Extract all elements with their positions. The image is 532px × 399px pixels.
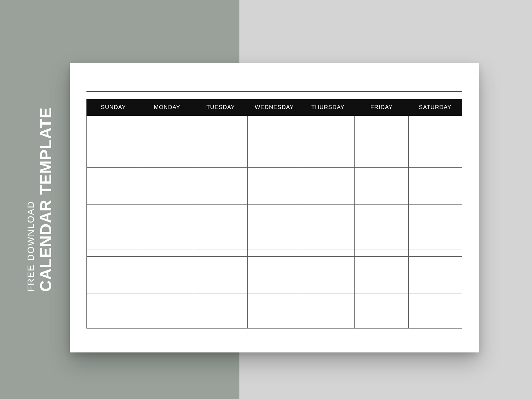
calendar-cell	[194, 160, 247, 168]
calendar-cell	[247, 212, 301, 249]
calendar-cell	[194, 257, 247, 294]
calendar-cell	[355, 168, 408, 205]
calendar-cell	[140, 257, 194, 294]
day-header: FRIDAY	[355, 99, 408, 116]
calendar-cell	[140, 294, 194, 301]
calendar-cell	[408, 212, 462, 249]
calendar-cell	[247, 205, 301, 212]
calendar-date-row	[87, 160, 462, 168]
calendar-cell	[408, 123, 462, 160]
calendar-cell	[87, 257, 140, 294]
calendar-cell	[355, 257, 408, 294]
calendar-cell	[87, 212, 140, 249]
calendar-cell	[355, 212, 408, 249]
side-caption: FREE DOWNLOAD CALENDAR TEMPLATE	[26, 107, 55, 292]
calendar-cell	[87, 205, 140, 212]
calendar-cell	[247, 257, 301, 294]
calendar-cell	[194, 123, 247, 160]
calendar-cell	[87, 294, 140, 301]
calendar-grid: SUNDAY MONDAY TUESDAY WEDNESDAY THURSDAY…	[86, 99, 462, 329]
calendar-cell	[87, 168, 140, 205]
calendar-page: SUNDAY MONDAY TUESDAY WEDNESDAY THURSDAY…	[70, 63, 479, 352]
calendar-cell	[355, 116, 408, 123]
calendar-cell	[301, 301, 355, 329]
day-header: TUESDAY	[194, 99, 247, 116]
calendar-cell	[247, 168, 301, 205]
calendar-cell	[301, 123, 355, 160]
calendar-cell	[408, 168, 462, 205]
day-header: SATURDAY	[408, 99, 462, 116]
calendar-cell	[301, 257, 355, 294]
calendar-cell	[408, 160, 462, 168]
day-header: SUNDAY	[87, 99, 140, 116]
calendar-cell	[140, 249, 194, 257]
calendar-date-row	[87, 116, 462, 123]
calendar-cell	[247, 116, 301, 123]
side-caption-title: CALENDAR TEMPLATE	[38, 107, 54, 292]
calendar-cell	[355, 160, 408, 168]
calendar-cell	[355, 249, 408, 257]
calendar-cell	[194, 116, 247, 123]
calendar-cell	[408, 294, 462, 301]
calendar-cell	[247, 123, 301, 160]
title-underline	[86, 80, 462, 92]
calendar-cell	[355, 294, 408, 301]
calendar-cell	[247, 249, 301, 257]
calendar-cell	[355, 301, 408, 329]
side-caption-subtitle: FREE DOWNLOAD	[26, 107, 36, 292]
calendar-header-row: SUNDAY MONDAY TUESDAY WEDNESDAY THURSDAY…	[87, 99, 462, 116]
day-header: MONDAY	[140, 99, 194, 116]
calendar-date-row	[87, 249, 462, 257]
calendar-cell	[301, 116, 355, 123]
calendar-cell	[140, 301, 194, 329]
calendar-cell	[87, 301, 140, 329]
calendar-cell	[355, 205, 408, 212]
calendar-cell	[301, 249, 355, 257]
calendar-cell	[194, 249, 247, 257]
day-header: THURSDAY	[301, 99, 355, 116]
calendar-cell	[87, 123, 140, 160]
calendar-cell	[408, 205, 462, 212]
calendar-content-row	[87, 123, 462, 160]
calendar-cell	[194, 294, 247, 301]
calendar-cell	[301, 160, 355, 168]
calendar-cell	[247, 160, 301, 168]
calendar-content-row	[87, 168, 462, 205]
calendar-content-row	[87, 212, 462, 249]
calendar-content-row	[87, 301, 462, 329]
calendar-date-row	[87, 294, 462, 301]
calendar-cell	[140, 205, 194, 212]
calendar-cell	[140, 168, 194, 205]
calendar-cell	[87, 160, 140, 168]
calendar-cell	[194, 212, 247, 249]
calendar-cell	[87, 249, 140, 257]
calendar-cell	[194, 301, 247, 329]
calendar-cell	[194, 168, 247, 205]
calendar-cell	[301, 294, 355, 301]
calendar-cell	[408, 249, 462, 257]
calendar-cell	[355, 123, 408, 160]
calendar-cell	[140, 212, 194, 249]
calendar-cell	[408, 257, 462, 294]
calendar-cell	[194, 205, 247, 212]
calendar-cell	[140, 160, 194, 168]
calendar-cell	[140, 123, 194, 160]
calendar-cell	[301, 212, 355, 249]
day-header: WEDNESDAY	[247, 99, 301, 116]
calendar-content-row	[87, 257, 462, 294]
calendar-cell	[301, 205, 355, 212]
calendar-cell	[247, 301, 301, 329]
calendar-cell	[408, 116, 462, 123]
calendar-cell	[247, 294, 301, 301]
calendar-cell	[87, 116, 140, 123]
calendar-cell	[301, 168, 355, 205]
calendar-date-row	[87, 205, 462, 212]
calendar-cell	[140, 116, 194, 123]
calendar-cell	[408, 301, 462, 329]
